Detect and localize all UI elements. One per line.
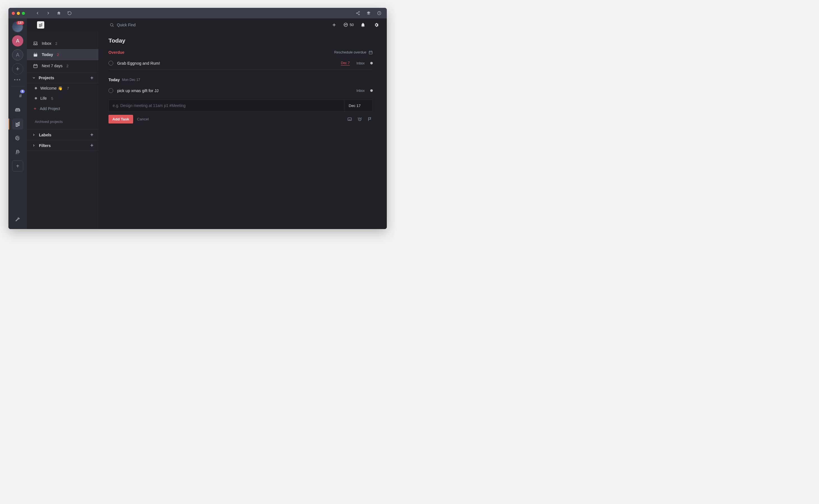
chevron-right-icon bbox=[32, 144, 36, 147]
app-topbar: Quick Find 50 bbox=[27, 18, 387, 31]
chevron-down-icon bbox=[32, 76, 36, 80]
sidebar-section-projects[interactable]: Projects + bbox=[27, 73, 98, 83]
workspace-avatar-3[interactable]: A bbox=[12, 49, 23, 60]
task-checkbox[interactable] bbox=[108, 61, 113, 66]
history-button[interactable] bbox=[375, 9, 383, 17]
sidebar-item-label: Today bbox=[42, 52, 53, 57]
chevron-right-icon bbox=[32, 133, 36, 137]
search-input[interactable]: Quick Find bbox=[110, 23, 136, 27]
quick-add-date-label: Dec 17 bbox=[349, 104, 361, 108]
svg-rect-25 bbox=[348, 118, 352, 121]
svg-point-2 bbox=[359, 14, 359, 15]
settings-gear-button[interactable] bbox=[372, 21, 381, 29]
today-heading: Today bbox=[108, 78, 120, 82]
add-task-button[interactable]: Add Task bbox=[108, 115, 133, 123]
sidebar-item-label: Inbox bbox=[42, 41, 51, 46]
archived-label: Archived projects bbox=[35, 120, 63, 124]
project-count: 7 bbox=[67, 86, 69, 90]
task-row[interactable]: Grab Eggnog and Rum! Dec 7 Inbox bbox=[108, 59, 373, 70]
projects-header-label: Projects bbox=[39, 76, 54, 80]
archived-projects-link[interactable]: Archived projects bbox=[27, 114, 98, 130]
svg-line-29 bbox=[361, 118, 362, 118]
workspace-avatar-1[interactable]: 137 bbox=[12, 21, 23, 32]
project-item-welcome[interactable]: Welcome 👋 7 bbox=[27, 83, 98, 93]
task-due-date[interactable]: Dec 7 bbox=[341, 61, 350, 66]
quick-add-input[interactable] bbox=[113, 103, 341, 108]
project-picker-icon[interactable] bbox=[346, 116, 353, 122]
close-window-icon[interactable] bbox=[12, 12, 15, 15]
project-name: Life bbox=[40, 96, 47, 101]
svg-point-8 bbox=[110, 23, 113, 26]
cancel-button[interactable]: Cancel bbox=[137, 117, 149, 121]
project-color-dot bbox=[370, 89, 373, 92]
reschedule-label: Reschedule overdue bbox=[334, 50, 366, 54]
sidebar: Inbox 2 Today 2 Next 7 days 2 bbox=[27, 31, 98, 229]
karma-points: 50 bbox=[350, 23, 354, 27]
settings-wrench-icon[interactable] bbox=[12, 214, 23, 225]
task-project-label[interactable]: Inbox bbox=[357, 89, 365, 93]
add-project-label: Add Project bbox=[40, 106, 60, 111]
workspace-avatar-2[interactable]: A bbox=[12, 35, 23, 46]
add-workspace-button[interactable]: + bbox=[12, 63, 23, 74]
search-placeholder: Quick Find bbox=[117, 23, 136, 27]
workspace-badge-count: 137 bbox=[17, 21, 24, 25]
todoist-service-icon[interactable] bbox=[12, 118, 23, 130]
calendar-week-icon bbox=[33, 64, 38, 68]
add-filter-plus-icon[interactable]: + bbox=[90, 143, 93, 148]
discord-service-icon[interactable] bbox=[12, 104, 23, 116]
hash-badge-count: 6 bbox=[20, 90, 25, 93]
task-project-label[interactable]: Inbox bbox=[357, 61, 365, 65]
pinterest-service-icon[interactable] bbox=[12, 132, 23, 144]
overdue-heading: Overdue bbox=[108, 50, 124, 55]
notifications-button[interactable] bbox=[359, 21, 367, 29]
labels-header-label: Labels bbox=[39, 133, 51, 137]
app-content: Quick Find 50 Inbox 2 bbox=[27, 18, 387, 229]
home-button[interactable] bbox=[55, 9, 63, 17]
reminder-icon[interactable] bbox=[357, 116, 363, 122]
add-project-plus-icon[interactable]: + bbox=[90, 75, 93, 81]
workspace-rail: 137 A A + ••• # 6 bbox=[8, 18, 27, 229]
stack-button[interactable] bbox=[364, 9, 373, 17]
sidebar-section-filters[interactable]: Filters + bbox=[27, 140, 98, 151]
task-row[interactable]: pick up xmas gift for JJ Inbox bbox=[108, 86, 373, 97]
svg-rect-17 bbox=[34, 64, 37, 67]
app-window: 137 A A + ••• # 6 bbox=[8, 8, 387, 229]
sidebar-item-count: 2 bbox=[57, 53, 59, 57]
add-label-plus-icon[interactable]: + bbox=[90, 132, 93, 138]
calendar-today-icon bbox=[33, 52, 38, 57]
svg-rect-21 bbox=[369, 51, 372, 54]
project-color-dot bbox=[35, 97, 37, 99]
quick-add-task-box: Dec 17 bbox=[108, 100, 373, 111]
sidebar-section-labels[interactable]: Labels + bbox=[27, 130, 98, 140]
project-item-life[interactable]: Life 5 bbox=[27, 93, 98, 103]
more-workspaces-icon[interactable]: ••• bbox=[14, 77, 21, 82]
nav-forward-button[interactable] bbox=[44, 9, 52, 17]
plus-icon: + bbox=[34, 106, 36, 111]
maximize-window-icon[interactable] bbox=[22, 12, 25, 15]
svg-line-3 bbox=[357, 12, 359, 13]
sidebar-item-today[interactable]: Today 2 bbox=[27, 49, 98, 60]
sidebar-item-next7days[interactable]: Next 7 days 2 bbox=[27, 60, 98, 71]
nav-back-button[interactable] bbox=[33, 9, 42, 17]
karma-score[interactable]: 50 bbox=[343, 22, 354, 27]
quick-add-task-button[interactable] bbox=[330, 21, 338, 29]
paypal-service-icon[interactable] bbox=[12, 146, 23, 158]
add-project-button[interactable]: + Add Project bbox=[27, 103, 98, 114]
svg-line-9 bbox=[113, 26, 113, 27]
minimize-window-icon[interactable] bbox=[17, 12, 20, 15]
sidebar-item-inbox[interactable]: Inbox 2 bbox=[27, 38, 98, 49]
reload-button[interactable] bbox=[65, 9, 74, 17]
app-logo-icon[interactable] bbox=[37, 21, 44, 29]
project-color-dot bbox=[370, 62, 373, 64]
page-title: Today bbox=[108, 37, 373, 44]
quick-add-date-button[interactable]: Dec 17 bbox=[345, 100, 373, 111]
task-checkbox[interactable] bbox=[108, 88, 113, 93]
priority-flag-icon[interactable] bbox=[367, 116, 373, 122]
share-button[interactable] bbox=[354, 9, 362, 17]
rail-divider bbox=[11, 86, 25, 87]
add-service-button[interactable]: + bbox=[12, 160, 23, 172]
reschedule-overdue-button[interactable]: Reschedule overdue bbox=[334, 50, 373, 55]
main-panel: Today Overdue Reschedule overdue Grab Eg… bbox=[98, 31, 387, 229]
hashtag-service-icon[interactable]: # 6 bbox=[12, 90, 23, 102]
svg-point-1 bbox=[356, 13, 357, 13]
